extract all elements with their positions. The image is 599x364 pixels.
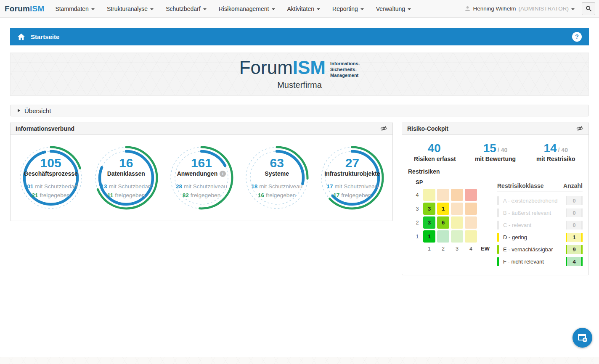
matrix-cell-sp4-ew3[interactable] xyxy=(451,189,463,201)
window-add-icon xyxy=(578,333,588,343)
stat-line-2: 11freigegeben xyxy=(107,191,145,200)
risk-stat-0: 40Risiken erfasst xyxy=(405,142,465,162)
matrix-cell-sp2-ew1[interactable]: 3 xyxy=(423,216,435,229)
matrix-cell-sp4-ew1[interactable] xyxy=(423,189,435,201)
matrix-row-label: 2 xyxy=(413,220,421,226)
stat-label-text: Infrastrukturobjekte xyxy=(324,170,380,177)
stat-line2-text: freigegeben xyxy=(266,192,296,198)
matrix-cell-sp3-ew4[interactable] xyxy=(465,203,477,215)
donut-center: 16Datenklassen13mit Schutzbedarf11freige… xyxy=(90,144,162,211)
user-menu[interactable]: Henning Wilhelm (ADMINISTRATOR) xyxy=(465,5,575,12)
stat-line1-value: 28 xyxy=(176,183,182,190)
class-label: C - relevant xyxy=(503,222,566,228)
stat-line2-value: 11 xyxy=(107,192,113,198)
risk-matrix: SP 433123611 1234EW xyxy=(413,179,493,269)
stat-label: Anwendungeni xyxy=(177,170,226,177)
overview-accordion[interactable]: Übersicht xyxy=(10,105,589,116)
nav-item-label: Stammdaten xyxy=(56,5,89,12)
class-count-badge: 9 xyxy=(566,245,583,254)
risk-stat-value: 40 xyxy=(428,142,441,155)
page-header-bar: Startseite ? xyxy=(10,28,589,45)
stat-line2-value: 16 xyxy=(258,192,264,198)
stat-total: 16 xyxy=(119,156,133,170)
nav-item-reporting[interactable]: Reporting xyxy=(332,5,364,12)
donut-center: 161Anwendungeni28mit Schutzniveau82freig… xyxy=(165,144,238,211)
class-label: D - gering xyxy=(503,234,566,240)
hero-logo: ForumISM xyxy=(239,58,326,77)
matrix-cell-sp2-ew4[interactable] xyxy=(465,216,477,229)
restrisikoklasse-rows: A - existenzbedrohend0B - äußerst releva… xyxy=(497,196,583,266)
nav-item-stammdaten[interactable]: Stammdaten xyxy=(56,5,95,12)
stat-line1-value: 13 xyxy=(101,183,107,190)
class-count-badge: 4 xyxy=(566,257,583,266)
caret-down-icon xyxy=(408,8,411,10)
matrix-cell-sp4-ew4[interactable] xyxy=(465,189,477,201)
stat-line2-value: 17 xyxy=(333,192,339,198)
matrix-row-label: 4 xyxy=(413,192,421,198)
info-icon[interactable]: i xyxy=(220,171,226,177)
matrix-cell-sp1-ew2[interactable] xyxy=(437,230,449,243)
risk-class-row-e[interactable]: E - vernachlässigbar9 xyxy=(497,245,583,254)
add-panel-fab[interactable] xyxy=(572,328,592,348)
caret-down-icon xyxy=(150,8,154,10)
matrix-cell-sp1-ew4[interactable] xyxy=(465,230,477,243)
caret-down-icon xyxy=(203,8,207,10)
matrix-cell-count: 6 xyxy=(442,219,445,226)
stat-donut-4: 27Infrastrukturobjekte17mit Schutzniveau… xyxy=(316,144,388,211)
class-count-badge: 1 xyxy=(566,233,583,242)
risk-stat-label: mit Restrisiko xyxy=(525,156,586,162)
caret-down-icon xyxy=(272,8,275,10)
matrix-cell-sp3-ew3[interactable] xyxy=(451,203,463,215)
risk-class-row-d[interactable]: D - gering1 xyxy=(497,232,583,242)
nav-item-label: Risikomanagement xyxy=(219,5,269,12)
class-color-bar xyxy=(497,196,499,205)
stat-line2-text: freigegeben xyxy=(115,192,145,198)
matrix-cell-sp1-ew1[interactable]: 1 xyxy=(423,230,435,243)
stat-line1-text: mit Schutzniveau xyxy=(334,183,378,190)
class-count-badge: 0 xyxy=(566,208,583,217)
stat-label: Systeme xyxy=(265,170,289,177)
caret-down-icon xyxy=(317,8,320,10)
matrix-x-axis-label: EW xyxy=(481,245,490,252)
app-logo[interactable]: ForumISM xyxy=(5,4,45,13)
stat-label-text: Anwendungen xyxy=(177,170,217,177)
risiko-cockpit-title: Risiko-Cockpit xyxy=(407,125,448,132)
matrix-cell-sp3-ew1[interactable]: 3 xyxy=(423,203,435,215)
home-icon[interactable] xyxy=(17,33,25,40)
col-header-class: Restrisikoklasse xyxy=(497,182,544,189)
matrix-cell-sp3-ew2[interactable]: 1 xyxy=(437,203,449,215)
nav-item-risikomanagement[interactable]: Risikomanagement xyxy=(219,5,275,12)
hide-panel-button[interactable] xyxy=(576,125,583,132)
risk-stat-1: 15/ 40mit Bewertung xyxy=(465,142,526,162)
matrix-cell-sp1-ew3[interactable] xyxy=(451,230,463,243)
stat-line2-value: 21 xyxy=(32,192,38,198)
risk-class-row-a[interactable]: A - existenzbedrohend0 xyxy=(497,196,583,205)
matrix-cell-count: 3 xyxy=(428,206,431,212)
search-button[interactable] xyxy=(582,3,595,15)
nav-item-label: Strukturanalyse xyxy=(107,5,148,12)
matrix-cell-sp2-ew2[interactable]: 6 xyxy=(437,216,449,229)
donut-center: 105Geschäftsprozesse101mit Schutzbedarf2… xyxy=(15,144,87,211)
donut-row: 105Geschäftsprozesse101mit Schutzbedarf2… xyxy=(11,135,392,221)
risk-class-row-b[interactable]: B - äußerst relevant0 xyxy=(497,208,583,217)
stat-label: Infrastrukturobjekte xyxy=(324,170,380,177)
help-button[interactable]: ? xyxy=(572,32,582,42)
nav-menu: StammdatenStrukturanalyseSchutzbedarfRis… xyxy=(56,5,424,12)
risk-stat-label: Risiken erfasst xyxy=(405,156,465,162)
nav-item-strukturanalyse[interactable]: Strukturanalyse xyxy=(107,5,154,12)
matrix-cell-sp2-ew3[interactable] xyxy=(451,216,463,229)
risk-stats-row: 40Risiken erfasst15/ 40mit Bewertung14/ … xyxy=(402,135,588,166)
nav-item-aktivitäten[interactable]: Aktivitäten xyxy=(287,5,321,12)
stat-donut-1: 16Datenklassen13mit Schutzbedarf11freige… xyxy=(90,144,162,211)
nav-item-schutzbedarf[interactable]: Schutzbedarf xyxy=(166,5,207,12)
risk-class-row-c[interactable]: C - relevant0 xyxy=(497,220,583,229)
risk-stat-value: 15 xyxy=(483,142,496,155)
risk-class-row-f[interactable]: F - nicht relevant4 xyxy=(497,257,583,266)
matrix-col-label: 2 xyxy=(437,246,449,252)
nav-item-verwaltung[interactable]: Verwaltung xyxy=(376,5,411,12)
risk-stat-value-row: 40 xyxy=(405,142,465,155)
stat-label-text: Systeme xyxy=(265,170,289,177)
class-color-bar xyxy=(497,245,499,254)
matrix-cell-sp4-ew2[interactable] xyxy=(437,189,449,201)
hide-panel-button[interactable] xyxy=(380,125,387,132)
